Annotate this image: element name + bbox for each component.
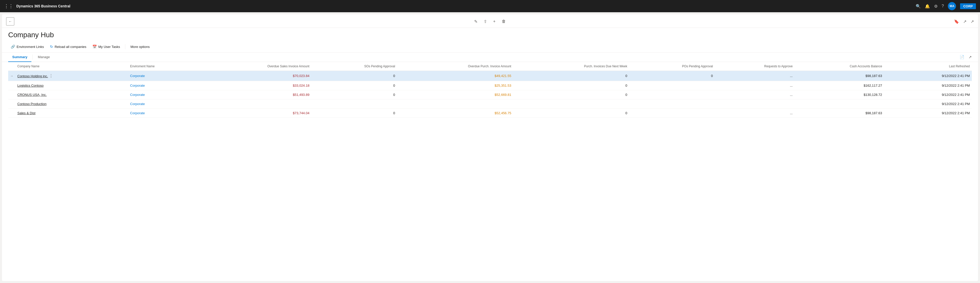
grid-icon[interactable]: ⋮⋮ bbox=[4, 3, 13, 9]
row-purch-due-next-week: 0 bbox=[513, 71, 629, 81]
table-row[interactable]: Sales & DistCorporate$73,744.040$52,456.… bbox=[8, 109, 972, 118]
overdue-purch-amount: $25,351.53 bbox=[495, 84, 511, 87]
col-header-company-name[interactable]: Company Name bbox=[15, 62, 128, 71]
env-name-link[interactable]: Corporate bbox=[130, 74, 145, 78]
env-name-link[interactable]: Corporate bbox=[130, 111, 145, 115]
table-row[interactable]: CRONUS USA, Inc.Corporate$51,493.890$52,… bbox=[8, 90, 972, 100]
row-overdue-sales bbox=[198, 100, 312, 109]
overdue-sales-amount: $73,744.04 bbox=[293, 111, 309, 115]
company-name-link[interactable]: Sales & Dist bbox=[18, 111, 35, 115]
header-right-toolbar: 🔖 ↗ ↗ bbox=[954, 19, 974, 24]
row-company-name-cell[interactable]: Contoso Holding inc. ⋮ bbox=[15, 71, 128, 81]
row-cash-balance: $98,187.63 bbox=[795, 109, 884, 118]
env-name-link[interactable]: Corporate bbox=[130, 84, 145, 87]
row-requests: ... bbox=[715, 71, 795, 81]
overdue-sales-amount: $33,024.18 bbox=[293, 84, 309, 87]
col-header-requests[interactable]: Requests to Approve bbox=[715, 62, 795, 71]
external-open-icon[interactable]: ↗ bbox=[969, 55, 972, 59]
col-header-overdue-sales[interactable]: Overdue Sales Invoice Amount bbox=[198, 62, 312, 71]
table-row[interactable]: →Contoso Holding inc. ⋮Corporate$70,023.… bbox=[8, 71, 972, 81]
share-icon[interactable]: ⇧ bbox=[484, 19, 487, 24]
row-requests bbox=[715, 100, 795, 109]
row-env-name-cell[interactable]: Corporate bbox=[128, 90, 198, 100]
company-name-link[interactable]: Contoso Holding inc. bbox=[18, 74, 48, 78]
row-company-name-cell[interactable]: Sales & Dist bbox=[15, 109, 128, 118]
tab-manage[interactable]: Manage bbox=[34, 52, 54, 62]
row-purch-due-next-week: 0 bbox=[513, 81, 629, 90]
row-company-name-cell[interactable]: Contoso Production bbox=[15, 100, 128, 109]
back-button[interactable]: ← bbox=[6, 17, 14, 25]
environment-links-button[interactable]: 🔗 Environment Links bbox=[8, 43, 46, 50]
reload-companies-button[interactable]: ↻ Reload all companies bbox=[48, 43, 89, 50]
avatar[interactable]: MA bbox=[948, 2, 956, 10]
delete-icon[interactable]: 🗑 bbox=[502, 19, 506, 24]
overdue-purch-amount: $52,456.75 bbox=[495, 111, 511, 115]
row-requests: ... bbox=[715, 90, 795, 100]
top-nav-bar: ⋮⋮ Dynamics 365 Business Central 🔍 🔔 ⚙ ?… bbox=[0, 0, 980, 12]
row-env-name-cell[interactable]: Corporate bbox=[128, 109, 198, 118]
row-requests: ... bbox=[715, 81, 795, 90]
tab-bar: Summary Manage 📄 ↗ bbox=[2, 52, 978, 62]
row-company-name-cell[interactable]: CRONUS USA, Inc. bbox=[15, 90, 128, 100]
row-overdue-purch bbox=[397, 100, 513, 109]
company-name-link[interactable]: CRONUS USA, Inc. bbox=[18, 93, 47, 96]
add-icon[interactable]: + bbox=[493, 19, 495, 24]
col-header-last-refreshed[interactable]: Last Refreshed bbox=[884, 62, 972, 71]
env-name-link[interactable]: Corporate bbox=[130, 102, 145, 106]
more-options-button[interactable]: More options bbox=[128, 43, 152, 50]
row-arrow-cell bbox=[8, 109, 15, 118]
row-context-menu[interactable]: ⋮ bbox=[49, 74, 53, 78]
col-header-env-name[interactable]: Enviroment Name bbox=[128, 62, 198, 71]
row-arrow-icon: → bbox=[10, 74, 13, 78]
row-env-name-cell[interactable]: Corporate bbox=[128, 71, 198, 81]
tab-summary[interactable]: Summary bbox=[8, 52, 32, 62]
expand-icon[interactable]: ↗ bbox=[970, 19, 974, 24]
environment-links-icon: 🔗 bbox=[11, 44, 15, 49]
tasks-icon: 📅 bbox=[92, 44, 97, 49]
my-user-tasks-label: My User Tasks bbox=[98, 45, 120, 49]
row-env-name-cell[interactable]: Corporate bbox=[128, 100, 198, 109]
table-row[interactable]: Contoso ProductionCorporate9/12/2022 2:4… bbox=[8, 100, 972, 109]
table-row[interactable]: Logistics ContosoCorporate$33,024.180$25… bbox=[8, 81, 972, 90]
corp-badge: CORP bbox=[960, 3, 976, 9]
edit-icon[interactable]: ✎ bbox=[474, 19, 477, 24]
col-header-po-pending[interactable]: POs Pending Approval bbox=[629, 62, 715, 71]
overdue-sales-amount: $70,023.84 bbox=[293, 74, 309, 78]
row-arrow-cell bbox=[8, 90, 15, 100]
row-arrow-cell bbox=[8, 100, 15, 109]
nav-right: 🔍 🔔 ⚙ ? MA CORP bbox=[916, 2, 976, 10]
row-cash-balance bbox=[795, 100, 884, 109]
settings-icon[interactable]: ⚙ bbox=[934, 4, 938, 9]
tab-divider bbox=[32, 55, 33, 60]
row-so-pending: 0 bbox=[311, 109, 397, 118]
row-last-refreshed: 9/12/2022 2:41 PM bbox=[884, 90, 972, 100]
row-requests: ... bbox=[715, 109, 795, 118]
external-link-icon[interactable]: ↗ bbox=[963, 19, 966, 24]
col-header-purch-due[interactable]: Purch. Invoices Due Next Week bbox=[513, 62, 629, 71]
row-po-pending bbox=[629, 109, 715, 118]
my-user-tasks-button[interactable]: 📅 My User Tasks bbox=[90, 43, 123, 50]
col-header-cash-balance[interactable]: Cash Accounts Balance bbox=[795, 62, 884, 71]
notification-icon[interactable]: 🔔 bbox=[925, 4, 930, 9]
row-so-pending: 0 bbox=[311, 90, 397, 100]
row-purch-due-next-week: 0 bbox=[513, 90, 629, 100]
col-header-so-pending[interactable]: SOs Pending Approval bbox=[311, 62, 397, 71]
action-bar: 🔗 Environment Links ↻ Reload all compani… bbox=[2, 41, 978, 52]
company-name-link[interactable]: Contoso Production bbox=[18, 102, 46, 106]
row-last-refreshed: 9/12/2022 2:41 PM bbox=[884, 71, 972, 81]
env-name-link[interactable]: Corporate bbox=[130, 93, 145, 96]
reload-icon: ↻ bbox=[50, 44, 53, 49]
bookmark-icon[interactable]: 🔖 bbox=[954, 19, 959, 24]
row-po-pending: 0 bbox=[629, 71, 715, 81]
page-header: ← ✎ ⇧ + 🗑 🔖 ↗ ↗ bbox=[2, 14, 978, 28]
row-env-name-cell[interactable]: Corporate bbox=[128, 81, 198, 90]
table-settings-icon[interactable]: 📄 bbox=[959, 55, 964, 59]
row-arrow-cell bbox=[8, 81, 15, 90]
row-company-name-cell[interactable]: Logistics Contoso bbox=[15, 81, 128, 90]
overdue-sales-amount: $51,493.89 bbox=[293, 93, 309, 96]
help-icon[interactable]: ? bbox=[942, 4, 944, 8]
company-name-link[interactable]: Logistics Contoso bbox=[18, 84, 44, 87]
search-icon[interactable]: 🔍 bbox=[916, 4, 921, 9]
table-header: Company Name Enviroment Name Overdue Sal… bbox=[8, 62, 972, 71]
col-header-overdue-purch[interactable]: Overdue Purch. Invoice Amount bbox=[397, 62, 513, 71]
